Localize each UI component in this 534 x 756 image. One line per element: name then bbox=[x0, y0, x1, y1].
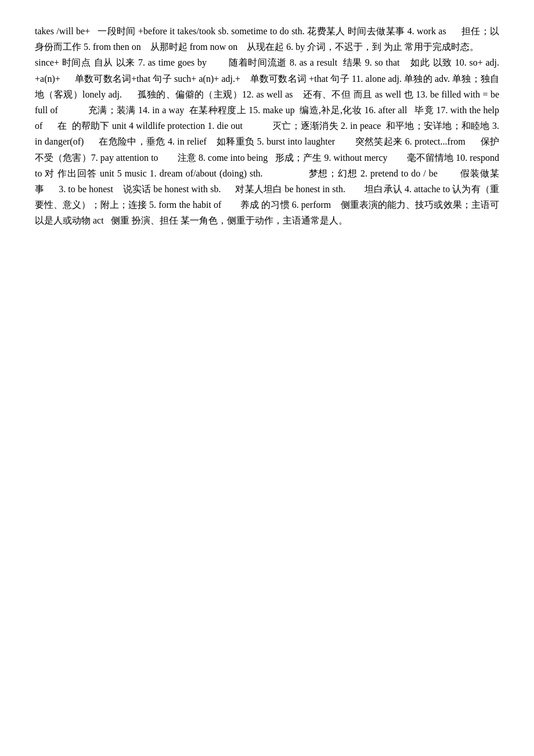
paragraph-2: since+ 时间点 自从 以来 7. as time goes by 随着时间… bbox=[35, 55, 499, 228]
paragraph-1: takes /will be+ 一段时间 +before it takes/to… bbox=[35, 23, 499, 55]
page-content: takes /will be+ 一段时间 +before it takes/to… bbox=[0, 0, 534, 251]
main-text: takes /will be+ 一段时间 +before it takes/to… bbox=[35, 23, 499, 228]
